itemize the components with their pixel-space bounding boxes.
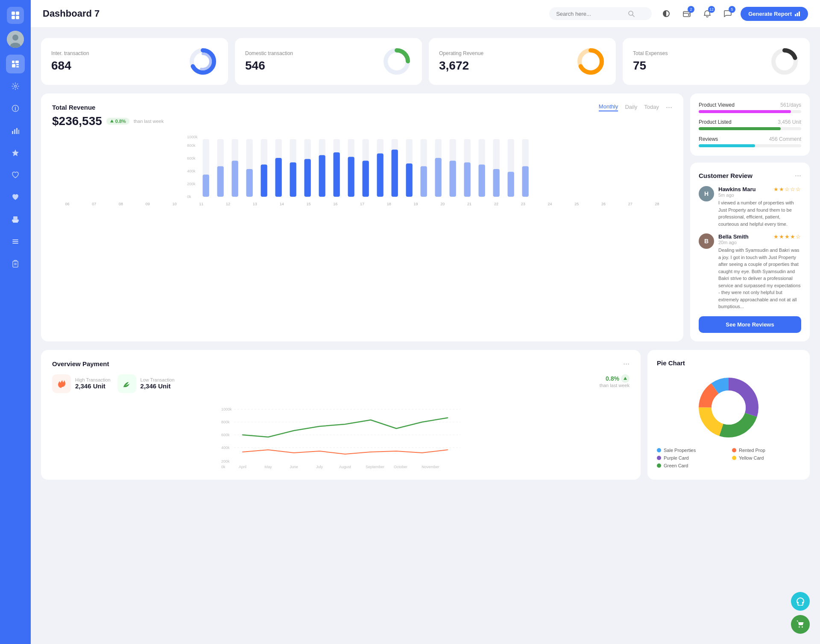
review-more-button[interactable]: ···	[795, 171, 801, 180]
sidebar-item-heart-filled[interactable]	[6, 188, 25, 207]
revenue-chart-card: Total Revenue Monthly Daily Today ··· $2…	[41, 93, 683, 341]
svg-text:600k: 600k	[187, 156, 196, 160]
transaction-badges: High Transaction 2,346 Unit Low Transact…	[52, 374, 630, 393]
see-more-reviews-button[interactable]: See More Reviews	[699, 316, 801, 333]
revenue-more-button[interactable]: ···	[666, 103, 672, 112]
svg-text:November: November	[422, 465, 439, 469]
messages-button[interactable]: 5	[720, 6, 735, 21]
x-axis-label: 08	[108, 202, 135, 206]
svg-rect-55	[232, 161, 238, 197]
svg-point-12	[15, 85, 17, 87]
legend-dot-rented	[732, 448, 736, 452]
pie-legend: Sale Properties Rented Prop Purple Card	[657, 448, 800, 468]
x-axis-label: 10	[161, 202, 188, 206]
sidebar-item-heart-outline[interactable]	[6, 166, 25, 184]
x-axis-label: 25	[563, 202, 590, 206]
wallet-button[interactable]: 2	[679, 6, 694, 21]
metric-product-viewed: Product Viewed 561/days	[699, 102, 801, 113]
x-axis-label: 23	[510, 202, 536, 206]
svg-text:October: October	[394, 465, 407, 469]
x-axis-label: 18	[375, 202, 402, 206]
x-axis-label: 27	[617, 202, 644, 206]
svg-text:400k: 400k	[221, 446, 230, 450]
svg-text:1000k: 1000k	[187, 135, 198, 139]
bottom-row: Overview Payment ··· High Transaction 2,…	[41, 350, 810, 480]
up-arrow-icon	[110, 119, 114, 123]
x-axis-label: 20	[429, 202, 456, 206]
metric-reviews: Reviews 456 Comment	[699, 136, 801, 147]
svg-rect-71	[348, 157, 354, 197]
svg-rect-83	[435, 158, 442, 197]
leaf-icon	[122, 379, 132, 389]
svg-point-120	[712, 390, 746, 425]
legend-green-card: Green Card	[657, 463, 725, 468]
tab-monthly[interactable]: Monthly	[599, 103, 618, 111]
donut-revenue	[576, 47, 606, 76]
support-float-button[interactable]	[791, 592, 810, 611]
svg-rect-79	[406, 163, 413, 197]
bar-chart-area: 0k 200k 400k 600k 800k 1000k	[52, 135, 672, 200]
svg-text:June: June	[290, 465, 298, 469]
svg-rect-24	[13, 261, 18, 267]
legend-rented-prop: Rented Prop	[732, 448, 800, 453]
review-item-1: B Bella Smith ★★★★☆ 20m ago Dealing with…	[699, 233, 801, 310]
svg-rect-75	[377, 154, 384, 197]
x-axis-label: 21	[456, 202, 483, 206]
svg-text:1000k: 1000k	[221, 407, 232, 411]
legend-dot-green	[657, 463, 661, 468]
tab-today[interactable]: Today	[644, 104, 659, 111]
sidebar-item-star[interactable]	[6, 143, 25, 162]
svg-text:200k: 200k	[187, 182, 196, 186]
donut-inter	[188, 47, 218, 76]
svg-text:200k: 200k	[221, 459, 230, 463]
x-axis-label: 07	[81, 202, 108, 206]
svg-rect-9	[12, 64, 15, 67]
legend-dot-yellow	[732, 456, 736, 460]
svg-marker-18	[12, 149, 19, 156]
sidebar-item-dashboard[interactable]	[6, 55, 25, 73]
svg-rect-85	[450, 161, 456, 197]
svg-rect-32	[797, 13, 798, 16]
generate-report-button[interactable]: Generate Report	[741, 7, 808, 21]
x-axis-label: 26	[590, 202, 617, 206]
sidebar-item-analytics[interactable]	[6, 121, 25, 140]
svg-text:September: September	[366, 465, 384, 469]
reviewer-avatar-1: B	[699, 233, 714, 249]
sidebar-logo[interactable]	[7, 7, 24, 24]
svg-text:April: April	[239, 465, 246, 469]
x-axis-label: 13	[241, 202, 268, 206]
svg-rect-8	[15, 61, 19, 63]
svg-rect-14	[12, 131, 13, 134]
sidebar-item-list[interactable]	[6, 232, 25, 251]
tab-daily[interactable]: Daily	[625, 104, 637, 111]
sidebar-item-settings[interactable]	[6, 77, 25, 96]
x-axis-label: 17	[349, 202, 376, 206]
customer-review-card: Customer Review ··· H Hawkins Maru ★★☆☆☆…	[690, 163, 810, 341]
revenue-chart-header: Total Revenue Monthly Daily Today ···	[52, 103, 672, 112]
sidebar-item-info[interactable]	[6, 99, 25, 118]
user-avatar[interactable]	[7, 31, 24, 48]
content-area: Inter. transaction 684 Domestic transact…	[31, 28, 820, 644]
right-panel: Product Viewed 561/days Product Listed 3…	[690, 93, 810, 341]
main-content: Dashboard 7 2 12 5 Generate Report	[31, 0, 820, 644]
search-input[interactable]	[556, 11, 624, 17]
stat-card-expenses: Total Expenses 75	[623, 38, 810, 85]
overview-payment-card: Overview Payment ··· High Transaction 2,…	[41, 350, 641, 480]
svg-rect-87	[464, 162, 471, 197]
x-axis-label: 11	[188, 202, 215, 206]
x-axis-label: 12	[215, 202, 242, 206]
svg-rect-65	[305, 159, 311, 197]
svg-rect-59	[261, 165, 267, 197]
sidebar-item-clipboard[interactable]	[6, 254, 25, 273]
metrics-card: Product Viewed 561/days Product Listed 3…	[690, 93, 810, 156]
sidebar-item-print[interactable]	[6, 210, 25, 229]
x-axis-label: 16	[322, 202, 349, 206]
cart-float-button[interactable]	[791, 615, 810, 634]
overview-payment-header: Overview Payment ···	[52, 359, 630, 368]
svg-rect-77	[392, 150, 398, 197]
donut-expenses	[770, 47, 800, 76]
search-box[interactable]	[549, 7, 652, 20]
overview-more-button[interactable]: ···	[623, 359, 630, 368]
theme-toggle-button[interactable]	[659, 6, 674, 21]
notifications-button[interactable]: 12	[700, 6, 715, 21]
